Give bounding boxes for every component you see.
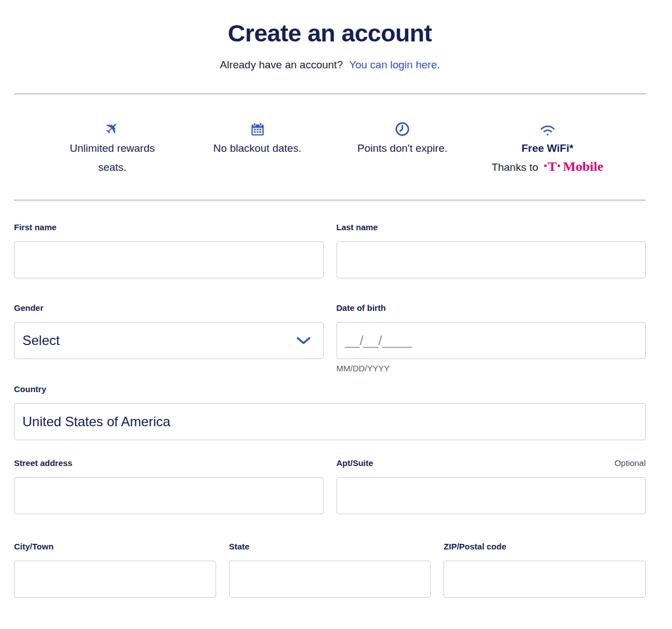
account-form: First name Last name Gender Select [14, 222, 646, 598]
subtitle: Already have an account? You can login h… [14, 59, 646, 71]
chevron-down-icon [296, 333, 311, 348]
apt-label: Apt/Suite [337, 458, 374, 468]
benefit-no-blackout: No blackout dates. [185, 120, 330, 177]
city-field-group: City/Town [14, 542, 216, 598]
city-state-zip-row: City/Town State ZIP/Postal code [14, 542, 646, 598]
tmobile-wordmark: Mobile [563, 159, 603, 174]
apt-label-row: Apt/Suite Optional [337, 458, 646, 468]
apt-input[interactable] [337, 477, 646, 514]
apt-optional-tag: Optional [614, 458, 646, 468]
city-input[interactable] [14, 561, 216, 598]
page-title: Create an account [14, 20, 646, 46]
benefit-label: No blackout dates. [200, 139, 315, 158]
gender-select[interactable]: Select [14, 322, 324, 359]
gender-field-group: Gender Select [14, 303, 324, 373]
login-link[interactable]: You can login here. [349, 59, 440, 71]
benefits-row: ✈ Unlimited rewards seats. No blackout d… [14, 120, 646, 177]
divider-top [14, 93, 646, 95]
country-label: Country [14, 384, 646, 394]
wifi-icon [475, 120, 620, 137]
create-account-page: Create an account Already have an accoun… [14, 20, 646, 598]
address-row: Street address Apt/Suite Optional [14, 458, 646, 514]
state-field-group: State [229, 542, 431, 598]
divider-form [14, 199, 646, 201]
street-input[interactable] [14, 477, 324, 514]
tmobile-t-mark: T [548, 159, 557, 174]
state-input[interactable] [229, 561, 431, 598]
zip-input[interactable] [444, 561, 646, 598]
last-name-input[interactable] [337, 241, 646, 278]
clock-icon [330, 120, 475, 137]
dob-input[interactable] [337, 322, 646, 359]
last-name-field-group: Last name [337, 222, 646, 278]
benefit-label: Free WiFi* [475, 139, 620, 158]
benefit-label: Unlimited rewards seats. [55, 139, 170, 177]
city-label: City/Town [14, 542, 216, 552]
airplane-icon: ✈ [40, 120, 185, 137]
state-label: State [229, 542, 431, 552]
tmobile-dash-right [558, 165, 560, 167]
name-row: First name Last name [14, 222, 646, 278]
benefit-points-expire: Points don't expire. [330, 120, 475, 177]
dob-format-helper: MM/DD/YYYY [337, 364, 646, 373]
tmobile-dash-left [544, 165, 547, 167]
benefit-sublabel: Thanks to TMobile [475, 159, 620, 174]
gender-selected-value: Select [22, 333, 60, 348]
apt-field-group: Apt/Suite Optional [337, 458, 646, 514]
zip-field-group: ZIP/Postal code [444, 542, 646, 598]
gender-dob-row: Gender Select Date of birth MM/DD/YYYY [14, 303, 646, 373]
subtitle-text: Already have an account? [220, 59, 343, 71]
dob-label: Date of birth [337, 303, 646, 313]
street-label: Street address [14, 458, 324, 468]
zip-label: ZIP/Postal code [444, 542, 646, 552]
country-field-group: Country [14, 384, 646, 440]
first-name-field-group: First name [14, 222, 324, 278]
gender-label: Gender [14, 303, 324, 313]
calendar-icon [185, 120, 330, 137]
country-input[interactable] [14, 403, 646, 440]
benefit-free-wifi: Free WiFi* Thanks to TMobile [475, 120, 620, 177]
first-name-input[interactable] [14, 241, 324, 278]
dob-field-group: Date of birth MM/DD/YYYY [337, 303, 646, 373]
first-name-label: First name [14, 222, 324, 232]
street-field-group: Street address [14, 458, 324, 514]
tmobile-logo: TMobile [544, 159, 603, 174]
thanks-to-text: Thanks to [492, 161, 538, 173]
last-name-label: Last name [337, 222, 646, 232]
benefit-label: Points don't expire. [345, 139, 460, 158]
benefit-rewards-seats: ✈ Unlimited rewards seats. [40, 120, 185, 177]
country-row: Country [14, 384, 646, 440]
